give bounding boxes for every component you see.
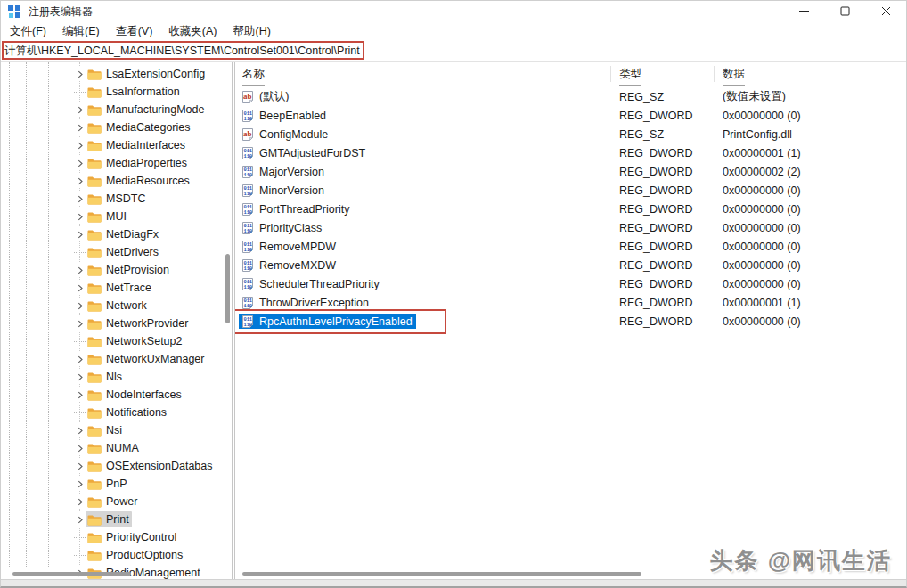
tree-item-Nsi[interactable]: Nsi bbox=[1, 421, 226, 439]
table-row[interactable]: ab(默认)REG_SZ(数值未设置) bbox=[235, 87, 906, 106]
table-row[interactable]: 011110RpcAuthnLevelPrivacyEnabledREG_DWO… bbox=[235, 312, 906, 331]
value-data: 0x00000000 (0) bbox=[714, 110, 906, 122]
table-row[interactable]: 011110PortThreadPriorityREG_DWORD0x00000… bbox=[235, 200, 906, 218]
maximize-button[interactable] bbox=[824, 1, 865, 22]
folder-icon bbox=[87, 265, 102, 276]
svg-text:110: 110 bbox=[243, 323, 252, 328]
menu-bar: 文件(F)编辑(E)查看(V)收藏夹(A)帮助(H) bbox=[1, 22, 906, 41]
chevron-right-icon[interactable] bbox=[74, 102, 86, 117]
tree-item-LsaInformation[interactable]: LsaInformation bbox=[1, 83, 226, 101]
tree-item-Power[interactable]: Power bbox=[1, 493, 226, 510]
chevron-right-icon[interactable] bbox=[74, 120, 86, 135]
chevron-right-icon[interactable] bbox=[74, 67, 86, 81]
value-data: 0x00000000 (0) bbox=[714, 278, 906, 290]
chevron-right-icon[interactable] bbox=[74, 192, 86, 206]
tree-item-MSDTC[interactable]: MSDTC bbox=[1, 190, 226, 208]
chevron-right-icon[interactable] bbox=[74, 388, 86, 402]
chevron-right-icon[interactable] bbox=[74, 370, 86, 384]
table-row[interactable]: 011110MajorVersionREG_DWORD0x00000002 (2… bbox=[235, 162, 906, 181]
menu-item-view[interactable]: 查看(V) bbox=[108, 22, 161, 41]
menu-item-file[interactable]: 文件(F) bbox=[2, 22, 54, 41]
column-header-type[interactable]: 类型 bbox=[619, 67, 641, 86]
address-bar[interactable]: 计算机\HKEY_LOCAL_MACHINE\SYSTEM\ControlSet… bbox=[1, 41, 906, 61]
tree-item-NUMA[interactable]: NUMA bbox=[1, 439, 226, 457]
chevron-right-icon[interactable] bbox=[74, 138, 86, 152]
tree-item-NodeInterfaces[interactable]: NodeInterfaces bbox=[1, 386, 226, 404]
tree-item-Notifications[interactable]: Notifications bbox=[1, 404, 226, 421]
column-header-name[interactable]: 名称 bbox=[242, 67, 265, 86]
chevron-right-icon[interactable] bbox=[74, 352, 86, 366]
chevron-right-icon[interactable] bbox=[74, 209, 86, 224]
chevron-right-icon[interactable] bbox=[74, 156, 86, 170]
tree-item-NetworkSetup2[interactable]: NetworkSetup2 bbox=[1, 332, 226, 350]
table-row[interactable]: abConfigModuleREG_SZPrintConfig.dll bbox=[235, 125, 906, 143]
svg-text:ab: ab bbox=[243, 92, 252, 101]
tree-item-label: Print bbox=[106, 512, 129, 527]
tree-item-label: OSExtensionDatabas bbox=[106, 459, 213, 473]
tree-item-ProductOptions[interactable]: ProductOptions bbox=[1, 546, 226, 564]
table-row[interactable]: 011110GMTAdjustedForDSTREG_DWORD0x000000… bbox=[235, 143, 906, 162]
chevron-right-icon[interactable] bbox=[74, 477, 86, 491]
values-horizontal-scrollbar[interactable] bbox=[242, 572, 641, 576]
tree-item-PnP[interactable]: PnP bbox=[1, 475, 226, 493]
minimize-button[interactable] bbox=[783, 1, 824, 22]
tree-item-NetDiagFx[interactable]: NetDiagFx bbox=[1, 225, 226, 243]
tree-item-MediaInterfaces[interactable]: MediaInterfaces bbox=[1, 136, 226, 154]
table-row[interactable]: 011110RemoveMPDWREG_DWORD0x00000000 (0) bbox=[235, 237, 906, 256]
chevron-right-icon[interactable] bbox=[74, 441, 86, 455]
table-row[interactable]: 011110ThrowDriverExceptionREG_DWORD0x000… bbox=[235, 293, 906, 312]
tree-item-Print[interactable]: Print bbox=[1, 510, 226, 528]
tree-item-NetProvision[interactable]: NetProvision bbox=[1, 261, 226, 279]
tree-item-MediaProperties[interactable]: MediaProperties bbox=[1, 154, 226, 172]
tree-item-MUI[interactable]: MUI bbox=[1, 208, 226, 225]
menu-item-favorites[interactable]: 收藏夹(A) bbox=[160, 22, 225, 41]
chevron-right-icon[interactable] bbox=[74, 512, 86, 527]
chevron-right-icon[interactable] bbox=[74, 227, 86, 241]
tree-item-NetTrace[interactable]: NetTrace bbox=[1, 279, 226, 297]
tree-item-ManufacturingMode[interactable]: ManufacturingMode bbox=[1, 101, 226, 118]
column-header-data[interactable]: 数据 bbox=[723, 67, 745, 86]
tree-item-MediaCategories[interactable]: MediaCategories bbox=[1, 118, 226, 136]
tree-item-LsaExtensionConfig[interactable]: LsaExtensionConfig bbox=[1, 65, 226, 83]
table-row[interactable]: 011110MinorVersionREG_DWORD0x00000000 (0… bbox=[235, 181, 906, 200]
chevron-right-icon[interactable] bbox=[74, 459, 86, 473]
tree-item-PriorityControl[interactable]: PriorityControl bbox=[1, 528, 226, 546]
watermark: 头条 @网讯生活 bbox=[709, 545, 892, 576]
address-path: 计算机\HKEY_LOCAL_MACHINE\SYSTEM\ControlSet… bbox=[4, 44, 360, 59]
tree-vertical-scrollbar[interactable] bbox=[225, 254, 230, 323]
menu-item-edit[interactable]: 编辑(E) bbox=[54, 22, 108, 41]
folder-icon bbox=[87, 372, 102, 383]
table-row[interactable]: 011110SchedulerThreadPriorityREG_DWORD0x… bbox=[235, 274, 906, 293]
value-name: MajorVersion bbox=[259, 166, 324, 178]
table-row[interactable]: 011110PriorityClassREG_DWORD0x00000000 (… bbox=[235, 218, 906, 237]
chevron-right-icon[interactable] bbox=[74, 316, 86, 331]
chevron-right-icon[interactable] bbox=[74, 298, 86, 313]
dword-value-icon: 011110 bbox=[241, 241, 255, 253]
chevron-right-icon[interactable] bbox=[74, 423, 86, 437]
tree-item-NetDrivers[interactable]: NetDrivers bbox=[1, 243, 226, 261]
tree-horizontal-scrollbar[interactable] bbox=[12, 572, 131, 576]
tree-item-NetworkProvider[interactable]: NetworkProvider bbox=[1, 314, 226, 332]
value-type: REG_DWORD bbox=[610, 241, 714, 253]
tree-item-label: MediaResources bbox=[106, 174, 190, 188]
tree-item-Nls[interactable]: Nls bbox=[1, 368, 226, 386]
menu-item-help[interactable]: 帮助(H) bbox=[225, 22, 278, 41]
main-area: LsaExtensionConfigLsaInformationManufact… bbox=[1, 61, 906, 579]
tree-item-NetworkUxManager[interactable]: NetworkUxManager bbox=[1, 350, 226, 368]
close-button[interactable] bbox=[865, 1, 906, 22]
tree-connector-line bbox=[74, 555, 86, 556]
chevron-right-icon[interactable] bbox=[74, 281, 86, 295]
column-separator[interactable] bbox=[610, 66, 611, 82]
chevron-right-icon[interactable] bbox=[74, 263, 86, 277]
tree-item-OSExtensionDatabas[interactable]: OSExtensionDatabas bbox=[1, 457, 226, 475]
chevron-right-icon[interactable] bbox=[74, 174, 86, 188]
chevron-right-icon[interactable] bbox=[74, 494, 86, 509]
value-type: REG_DWORD bbox=[610, 222, 714, 234]
tree-item-MediaResources[interactable]: MediaResources bbox=[1, 172, 226, 190]
table-row[interactable]: 011110RemoveMXDWREG_DWORD0x00000000 (0) bbox=[235, 256, 906, 274]
table-row[interactable]: 011110BeepEnabledREG_DWORD0x00000000 (0) bbox=[235, 106, 906, 125]
tree-item-Network[interactable]: Network bbox=[1, 297, 226, 314]
column-separator[interactable] bbox=[714, 66, 715, 82]
tree-item-label: NetProvision bbox=[106, 263, 169, 277]
dword-value-icon: 011110 bbox=[241, 203, 255, 216]
